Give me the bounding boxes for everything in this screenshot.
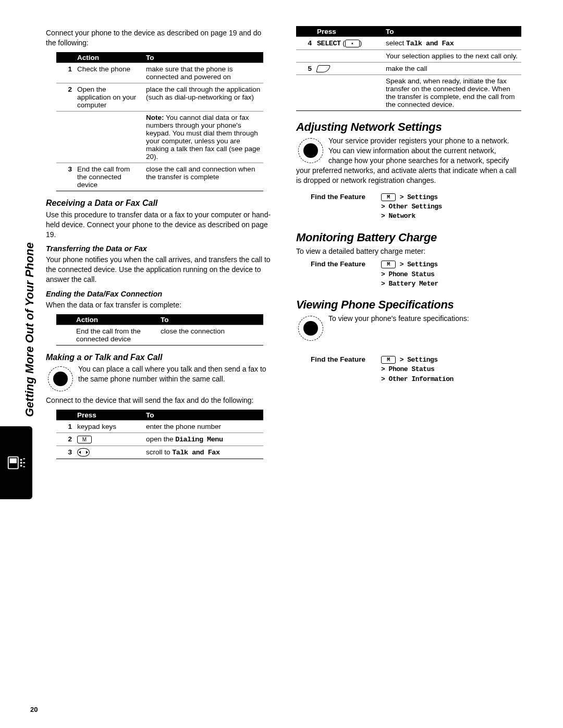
note-text: Note: Note: You cannot dial data or fax … <box>146 114 260 161</box>
svg-point-4 <box>20 465 22 467</box>
svg-point-2 <box>20 459 22 461</box>
table-row: Your selection applies to the next call … <box>296 50 521 63</box>
menu-key-icon: M <box>381 193 396 201</box>
heading-transferring: Transferring the Data or Fax <box>46 244 271 253</box>
menu-key-icon: M <box>77 436 92 443</box>
press-table-3: Press To 1 keypad keys enter the phone n… <box>56 410 263 459</box>
find-feature-spec: Find the Feature M > Settings> Phone Sta… <box>311 355 521 384</box>
find-feature-battery: Find the Feature M > Settings> Phone Sta… <box>311 260 521 289</box>
page-number: 20 <box>30 706 38 713</box>
heading-making: Making a or Talk and Fax Call <box>46 353 271 362</box>
para-making-2: Connect to the device that will send the… <box>46 396 271 405</box>
section-title: Getting More Out of Your Phone <box>23 208 36 417</box>
heading-network: Adjusting Network Settings <box>296 120 521 134</box>
col-to: To <box>143 410 263 420</box>
table-row: 3 End the call from the connected device… <box>56 163 263 191</box>
heading-ending: Ending the Data/Fax Connection <box>46 290 271 298</box>
para-battery: To view a detailed battery charge meter: <box>296 246 521 256</box>
action-table-1: Action To 1 Check the phone make sure th… <box>56 52 263 191</box>
para-transferring: Your phone notifies you when the call ar… <box>46 255 271 285</box>
softkey-icon: • <box>345 40 360 47</box>
manual-page: Getting More Out of Your Phone Connect y… <box>0 0 563 728</box>
table-row: Note: Note: You cannot dial data or fax … <box>56 111 263 163</box>
network-dependent-icon <box>46 364 75 393</box>
col-to: To <box>157 315 263 325</box>
right-column: Press To 4 SELECT ( • ) select Talk and … <box>296 26 521 459</box>
phone-data-icon <box>6 453 26 473</box>
left-column: Connect your phone to the device as desc… <box>46 26 271 459</box>
para-network: Your service provider registers your pho… <box>296 136 521 185</box>
svg-rect-1 <box>10 458 17 463</box>
press-table-4: Press To 4 SELECT ( • ) select Talk and … <box>296 26 521 111</box>
col-press: Press <box>314 27 383 37</box>
table-row: 2 Open the application on your computer … <box>56 83 263 111</box>
action-table-2: Action To End the call from the connecte… <box>56 314 263 346</box>
send-key-icon <box>316 65 331 72</box>
heading-spec: Viewing Phone Specifications <box>296 298 521 312</box>
heading-battery: Monitoring Battery Charge <box>296 231 521 244</box>
table-row: 3 scroll to Talk and Fax <box>56 446 263 459</box>
find-feature-network: Find the Feature M > Settings> Other Set… <box>311 193 521 221</box>
para-receiving: Use this procedure to transfer data or a… <box>46 210 271 240</box>
col-to: To <box>143 52 263 63</box>
section-tab-icon <box>0 426 32 499</box>
menu-key-icon: M <box>381 356 396 364</box>
table-row: 1 Check the phone make sure that the pho… <box>56 63 263 83</box>
menu-key-icon: M <box>381 261 396 268</box>
table-row: End the call from the connected device c… <box>56 325 263 346</box>
network-dependent-icon <box>296 314 325 343</box>
col-action: Action <box>73 315 157 325</box>
table-row: 2 M open the Dialing Menu <box>56 433 263 446</box>
svg-point-3 <box>20 462 22 464</box>
heading-receiving: Receiving a Data or Fax Call <box>46 199 271 208</box>
para-ending: When the data or fax transfer is complet… <box>46 300 271 310</box>
col-to: To <box>383 27 521 37</box>
network-dependent-icon <box>296 136 325 165</box>
table-row: 5 make the call <box>296 63 521 75</box>
col-press: Press <box>74 410 143 420</box>
table-row: Speak and, when ready, initiate the fax … <box>296 75 521 111</box>
table-row: 1 keypad keys enter the phone number <box>56 420 263 433</box>
scroll-key-icon <box>77 448 90 456</box>
table-row: 4 SELECT ( • ) select Talk and Fax <box>296 37 521 50</box>
col-action: Action <box>74 52 143 63</box>
intro-text: Connect your phone to the device as desc… <box>46 28 271 48</box>
para-making: You can place a call where you talk and … <box>46 364 271 384</box>
para-spec: To view your phone's feature specificati… <box>296 314 521 324</box>
